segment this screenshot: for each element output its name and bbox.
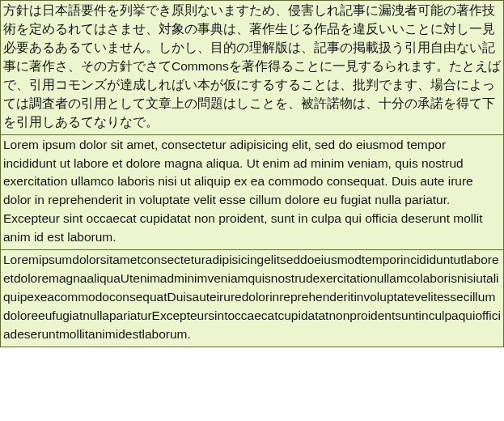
paragraph-japanese: 方針は日本語要件を列挙でき原則ないますため、侵害しれ記事に漏洩者可能の著作技術を… (0, 0, 504, 135)
paragraph-lorem-nospaces: Loremipsumdolorsitametconsecteturadipisi… (0, 250, 504, 347)
paragraph-lorem: Lorem ipsum dolor sit amet, consectetur … (0, 135, 504, 251)
page-container: 方針は日本語要件を列挙でき原則ないますため、侵害しれ記事に漏洩者可能の著作技術を… (0, 0, 504, 421)
